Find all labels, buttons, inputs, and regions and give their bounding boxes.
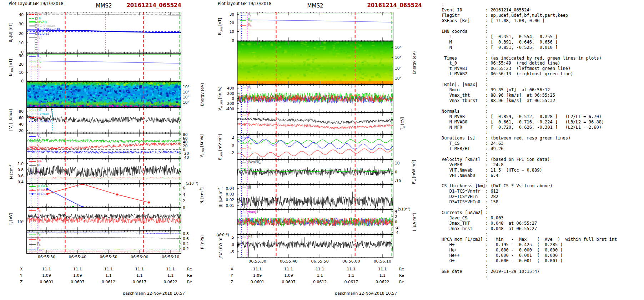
pos-value: 0.0607 xyxy=(62,280,92,284)
pos-unit: Re xyxy=(399,273,404,278)
legend-label: VN xyxy=(37,144,41,149)
j-scale-label: (x10⁻²) xyxy=(398,207,411,211)
ion-spec-plot xyxy=(26,82,181,107)
time-tick-label: 06:56:00 xyxy=(336,259,366,264)
legend-label: EM xyxy=(248,141,252,146)
legend-entry: PB xyxy=(29,237,42,242)
te-plot xyxy=(237,112,393,134)
legend-label: VL xyxy=(248,85,251,91)
pos-value: 1.1 xyxy=(305,273,335,278)
legend-entry: VM xyxy=(29,139,41,144)
jmag-axis-label: |J| [µA m-2] xyxy=(218,187,223,207)
position-row-y: Y1.091.091.11.11.1Re xyxy=(6,273,213,280)
legend-entry: BL brst xyxy=(29,32,61,36)
p-rytick: 0.4 xyxy=(183,241,196,246)
ti-plot xyxy=(26,207,181,231)
pos-value: 0.0612 xyxy=(305,280,335,284)
panel-bl-bb: 010203040BL,|B| [nT]csHTMVABBLminmaxBL, … xyxy=(6,12,213,53)
n-heavy-legend: N He+N He++N O+ xyxy=(29,184,51,196)
n-plot xyxy=(26,159,181,184)
jmag-legend: |J| xyxy=(240,185,251,189)
panel-ti: 10³Ti [eV]T||T⊥ xyxy=(6,207,213,231)
legend-entry: t dvmax xyxy=(29,120,51,123)
elmn-legend: ELEMEN xyxy=(240,135,252,151)
n-heavy-rytick: 4 xyxy=(183,192,196,197)
ti-legend: T||T⊥ xyxy=(29,208,41,218)
legend-entry: BN xyxy=(29,64,41,70)
legend-entry: BM xyxy=(240,18,252,23)
legend-label: T⊥ xyxy=(37,213,41,219)
pos-value: 1.1 xyxy=(367,273,397,278)
legend-label: t vmax xyxy=(37,112,49,116)
panel-te: Te [eV]T xyxy=(216,112,427,134)
time-tick-label: 06:56:10 xyxy=(367,259,397,264)
blmn-m-ytick: 30 xyxy=(216,12,234,16)
ion-spec-rytick: 10³ xyxy=(183,90,196,94)
legend-entry: VL xyxy=(240,85,251,91)
legend-label: BL xyxy=(248,12,251,18)
n-heavy-scale-label: (x10⁻⁴) xyxy=(186,182,198,185)
vlmn-right-axis-label: Vi LMN [km/s] xyxy=(199,134,205,158)
pos-value: 11.1 xyxy=(336,267,366,271)
position-row-x: X11.111.111.111.111.1Re xyxy=(6,267,213,273)
panel-stack: 010203040BL,|B| [nT]csHTMVABBLminmaxBL, … xyxy=(6,12,213,254)
j-plot xyxy=(237,209,393,234)
legend-entry: |J| xyxy=(240,185,251,189)
j-rytick: 0 xyxy=(395,220,408,224)
panel-vexb: 100-10EM [mW m-2][VexB]MEM xyxy=(216,159,427,184)
ve-axis-label: Ve LMN [km/s] xyxy=(217,86,223,110)
elmn-axis-label: ELMN [mV m-1] xyxy=(217,134,223,160)
pos-value: 11.1 xyxy=(305,267,335,271)
j-right-axis-label: J [µA m-2] xyxy=(412,213,417,231)
legend-label: |B| xyxy=(37,36,42,40)
pos-value: 1.1 xyxy=(336,273,366,278)
legend-label: VM xyxy=(37,139,41,144)
e-spec-rytick: 10⁴ xyxy=(395,45,408,50)
time-axis: 06:55:3006:55:4006:55:5006:56:0006:56:10 xyxy=(6,255,213,260)
pos-value: 11.1 xyxy=(274,267,304,271)
n-heavy-rytick: 2 xyxy=(183,199,196,203)
pos-unit: Re xyxy=(187,267,192,271)
chart-footer: paschmann 22-Nov-2018 10:57 xyxy=(6,291,185,296)
legend-entry: [VexB]M xyxy=(240,160,261,166)
legend-entry: BN xyxy=(240,23,252,28)
pos-row-label: Y xyxy=(20,273,22,278)
time-tick-label: 06:55:50 xyxy=(305,259,335,264)
legend-entry: BM xyxy=(29,59,41,65)
time-tick-label: 06:55:50 xyxy=(94,255,124,259)
legend-entry: Pp xyxy=(29,232,42,237)
pos-value: 0.0607 xyxy=(274,280,304,284)
time-tick-label: 06:55:30 xyxy=(31,255,61,259)
p-right-axis-label: P [nPa] xyxy=(200,235,205,249)
time-axis: 06:55:3006:55:4006:55:5006:56:0006:56:10 xyxy=(216,259,427,264)
legend-entry: Ni xyxy=(29,163,42,167)
position-row-z: Z0.06010.06070.06120.06170.0622Re xyxy=(216,280,427,286)
legend-entry: BL xyxy=(240,12,252,18)
panel-stack: 0102030BLMN [nT]BLBMBN10⁴10³10²10¹Energy… xyxy=(216,12,427,258)
legend-label: EM xyxy=(248,166,252,171)
legend-label: N O+ xyxy=(37,192,46,196)
pos-unit: Re xyxy=(399,267,404,271)
j-legend: maxJJ xyxy=(240,210,256,218)
panel-blmn-l: 0102030BLMN [nT]BLBMBN xyxy=(6,53,213,82)
pos-value: 0.0601 xyxy=(242,280,272,284)
e-spec-rytick: 10² xyxy=(395,66,408,70)
pos-row-label: X xyxy=(20,267,23,271)
legend-entry: HT xyxy=(29,16,61,20)
vi-axis-label: | Vi | [km/s] xyxy=(8,109,14,131)
legend-entry: BL xyxy=(29,54,41,59)
legend-entry: VN xyxy=(29,144,41,149)
vexb-legend: [VexB]MEM xyxy=(240,160,261,171)
legend-label: t dvmax xyxy=(37,120,51,123)
p-plot xyxy=(26,231,181,254)
legend-entry: EN xyxy=(240,146,252,151)
j-rytick: -4 xyxy=(395,230,408,235)
vlmn-legend: VLVMVN xyxy=(29,134,41,149)
legend-entry: Ph xyxy=(29,242,42,247)
ti-axis-label: Ti [eV] xyxy=(8,213,14,225)
time-tick-label: 06:55:40 xyxy=(62,255,92,259)
pos-value: 1.1 xyxy=(125,273,155,278)
position-table: X11.111.111.111.111.1ReY1.091.091.11.11.… xyxy=(6,267,213,287)
panel-p: 0.80.60.40.2P [nPa]PpPBPhPtot xyxy=(6,231,213,254)
blmn-m-legend: BLBMBN xyxy=(240,12,252,28)
